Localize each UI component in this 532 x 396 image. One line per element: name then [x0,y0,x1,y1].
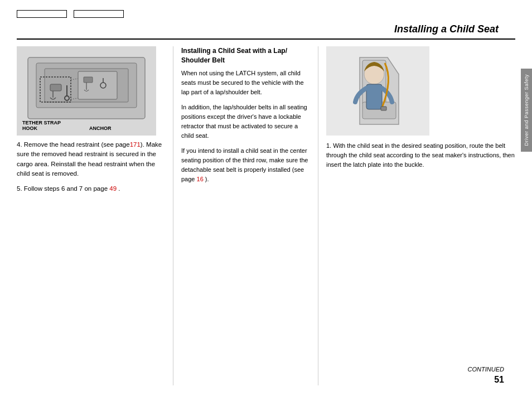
continued-text: CONTINUED [468,366,504,373]
step-1-text: 1. With the child seat in the desired se… [326,141,524,170]
svg-rect-9 [78,71,117,99]
link-171[interactable]: 171 [130,141,141,148]
section-para-3: If you intend to install a child seat in… [181,146,310,184]
right-col: 1. With the child seat in the desired se… [318,46,532,385]
left-col: TETHER STRAPHOOK ANCHOR 4. Remove the he… [0,46,173,385]
page-number: 51 [468,375,504,385]
top-nav [0,0,532,23]
nav-btn-1[interactable] [17,10,67,18]
page-title-area: Installing a Child Seat [17,23,515,40]
bottom-area: CONTINUED 51 [468,366,504,385]
svg-rect-10 [84,77,93,83]
sidebar-tab: Driver and Passenger Safety [521,69,532,152]
main-content: TETHER STRAPHOOK ANCHOR 4. Remove the he… [0,40,532,385]
svg-rect-6 [50,84,61,91]
section-heading: Installing a Child Seat with a Lap/Shoul… [181,46,310,65]
page-container: Installing a Child Seat [0,0,532,396]
car-trunk-illustration: TETHER STRAPHOOK ANCHOR [17,46,156,136]
sidebar-tab-text: Driver and Passenger Safety [524,74,529,146]
svg-rect-20 [366,84,382,109]
section-para-2: In addition, the lap/shoulder belts in a… [181,103,310,141]
page-title: Installing a Child Seat [394,23,499,35]
middle-col: Installing a Child Seat with a Lap/Shoul… [173,46,318,385]
nav-btn-2[interactable] [74,10,124,18]
anchor-label: ANCHOR [89,125,112,131]
step-5-text: 5. Follow steps 6 and 7 on page 49 . [17,184,165,194]
step-4-text: 4. Remove the head restraint (see page17… [17,140,165,178]
tether-strap-label: TETHER STRAPHOOK [22,120,61,131]
section-para-1: When not using the LATCH system, all chi… [181,69,310,97]
svg-rect-21 [381,107,386,110]
person-illustration [326,46,429,136]
link-49[interactable]: 49 [109,185,117,192]
link-16[interactable]: 16 [197,176,204,182]
